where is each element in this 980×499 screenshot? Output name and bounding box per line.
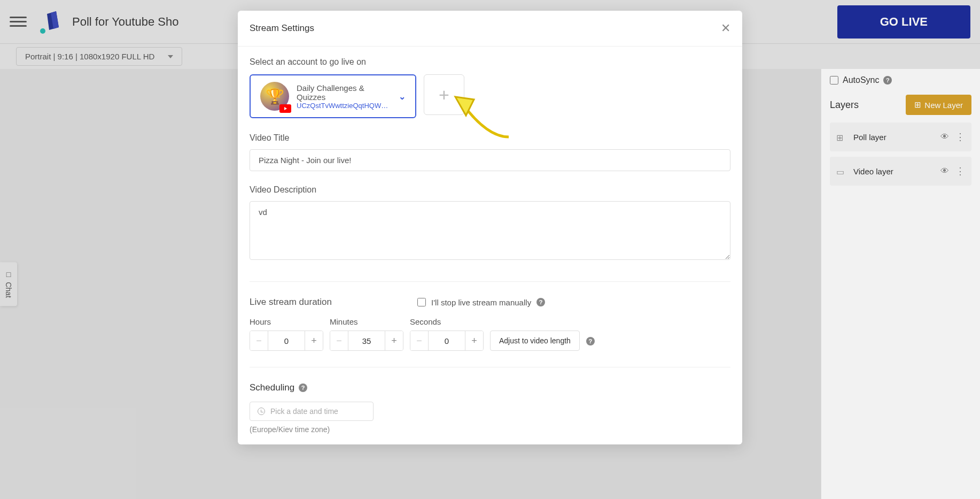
youtube-badge-icon <box>279 104 291 113</box>
hours-input[interactable] <box>268 331 305 350</box>
increment-button[interactable]: + <box>385 331 403 350</box>
video-description-textarea[interactable] <box>250 201 730 260</box>
stream-settings-modal: Stream Settings ✕ Select an account to g… <box>238 11 742 444</box>
decrement-button[interactable]: − <box>330 331 348 350</box>
help-icon[interactable]: ? <box>586 337 595 346</box>
video-description-label: Video Description <box>250 185 730 195</box>
divider <box>250 367 730 367</box>
date-picker[interactable]: Pick a date and time <box>250 402 374 421</box>
modal-title: Stream Settings <box>250 23 314 34</box>
decrement-button[interactable]: − <box>250 331 268 350</box>
increment-button[interactable]: + <box>305 331 323 350</box>
scheduling-title: Scheduling ? <box>250 382 730 393</box>
clock-icon <box>258 408 265 415</box>
add-account-button[interactable]: + <box>424 74 464 115</box>
minutes-input[interactable] <box>348 331 385 350</box>
hours-stepper[interactable]: − + <box>250 331 323 351</box>
help-icon[interactable]: ? <box>299 383 307 392</box>
chevron-down-icon: ⌄ <box>399 91 406 102</box>
account-avatar <box>260 82 289 111</box>
minutes-stepper[interactable]: − + <box>330 331 403 351</box>
divider <box>250 281 730 282</box>
manual-stop-checkbox[interactable] <box>417 298 426 306</box>
select-account-label: Select an account to go live on <box>250 57 730 67</box>
decrement-button[interactable]: − <box>410 331 429 350</box>
seconds-input[interactable] <box>429 331 465 350</box>
duration-title: Live stream duration <box>250 297 332 308</box>
video-title-label: Video Title <box>250 133 730 143</box>
increment-button[interactable]: + <box>465 331 483 350</box>
help-icon[interactable]: ? <box>536 298 545 306</box>
manual-stop-toggle[interactable]: I'll stop live stream manually ? <box>417 298 545 307</box>
account-card[interactable]: Daily Challenges & Quizzes UCzQstTvWwttz… <box>250 74 416 118</box>
seconds-stepper[interactable]: − + <box>410 331 484 351</box>
close-button[interactable]: ✕ <box>721 21 730 35</box>
video-title-input[interactable] <box>250 149 730 171</box>
timezone-label: (Europe/Kiev time zone) <box>250 425 730 434</box>
adjust-video-length-button[interactable]: Adjust to video length <box>490 331 580 351</box>
